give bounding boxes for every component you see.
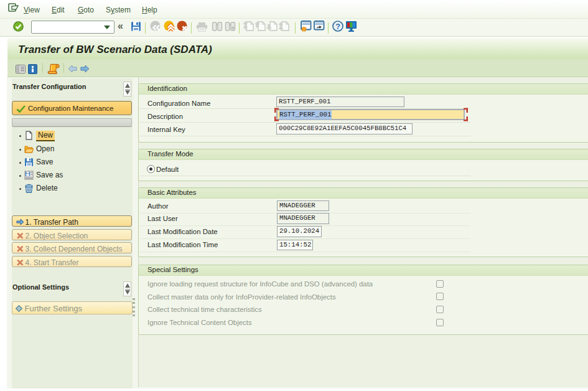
svg-text:?: ? (335, 22, 340, 31)
